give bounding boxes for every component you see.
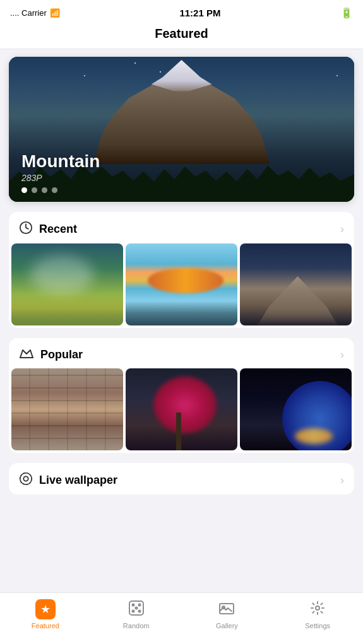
svg-point-8 bbox=[138, 611, 140, 612]
popular-image-stone bbox=[11, 368, 123, 450]
popular-image-cherry bbox=[126, 368, 237, 450]
live-wallpaper-title: Live wallpaper bbox=[39, 474, 117, 487]
hero-title: Mountain bbox=[21, 151, 100, 172]
svg-point-9 bbox=[135, 607, 137, 609]
recent-header-left: Recent bbox=[19, 221, 77, 237]
popular-image-space bbox=[240, 368, 352, 450]
tab-featured-label: Featured bbox=[32, 622, 59, 629]
crown-icon bbox=[19, 347, 34, 362]
hero-dot-1[interactable] bbox=[21, 187, 27, 193]
popular-item-3[interactable] bbox=[240, 368, 352, 450]
tab-gallery-label: Gallery bbox=[216, 622, 238, 629]
recent-item-1[interactable] bbox=[11, 243, 123, 325]
tab-random-label: Random bbox=[123, 622, 150, 629]
popular-header-left: Popular bbox=[19, 347, 83, 362]
recent-image-lake bbox=[126, 243, 237, 325]
hero-dot-4[interactable] bbox=[52, 187, 57, 193]
gallery-icon bbox=[218, 599, 235, 619]
tab-settings[interactable]: Settings bbox=[295, 599, 340, 629]
live-wallpaper-header-left: Live wallpaper bbox=[19, 472, 117, 488]
hero-subtitle: 283P bbox=[21, 173, 100, 183]
popular-image-grid bbox=[9, 368, 354, 453]
svg-point-2 bbox=[20, 473, 32, 484]
carrier-signal: .... Carrier 📶 bbox=[10, 8, 60, 18]
tab-bar: ★ Featured Random Gallery bbox=[0, 592, 363, 644]
recent-item-3[interactable] bbox=[240, 243, 352, 325]
popular-title: Popular bbox=[40, 348, 83, 361]
carrier-text: .... Carrier bbox=[10, 8, 47, 18]
live-wallpaper-chevron: › bbox=[340, 474, 344, 487]
clock-icon bbox=[19, 221, 33, 237]
recent-section: Recent › bbox=[9, 212, 354, 328]
popular-section-header[interactable]: Popular › bbox=[9, 338, 354, 368]
live-wallpaper-header[interactable]: Live wallpaper › bbox=[9, 463, 354, 495]
tab-featured[interactable]: ★ Featured bbox=[23, 599, 68, 629]
status-right: 🔋 bbox=[340, 7, 353, 19]
hero-info: Mountain 283P bbox=[21, 151, 100, 183]
status-time: 11:21 PM bbox=[179, 8, 220, 18]
featured-star-icon: ★ bbox=[35, 599, 56, 619]
popular-section: Popular › bbox=[9, 338, 354, 453]
hero-pagination bbox=[21, 187, 57, 193]
main-content: Mountain 283P Recent › bbox=[0, 49, 363, 555]
hero-dot-2[interactable] bbox=[32, 187, 37, 193]
recent-title: Recent bbox=[39, 223, 77, 236]
tab-settings-label: Settings bbox=[305, 622, 330, 629]
svg-point-3 bbox=[23, 476, 28, 481]
svg-point-5 bbox=[132, 604, 134, 606]
tab-gallery[interactable]: Gallery bbox=[205, 599, 249, 629]
random-icon bbox=[128, 599, 145, 619]
wifi-icon: 📶 bbox=[50, 8, 60, 18]
battery-icon: 🔋 bbox=[340, 7, 353, 19]
popular-item-2[interactable] bbox=[126, 368, 237, 450]
recent-image-grid bbox=[9, 243, 354, 328]
recent-chevron: › bbox=[340, 223, 344, 236]
recent-image-painting bbox=[11, 243, 123, 325]
status-bar: .... Carrier 📶 11:21 PM 🔋 bbox=[0, 0, 363, 23]
svg-point-6 bbox=[138, 604, 140, 606]
svg-point-7 bbox=[132, 611, 134, 612]
live-wallpaper-icon bbox=[19, 472, 33, 488]
recent-item-2[interactable] bbox=[126, 243, 237, 325]
svg-point-12 bbox=[316, 606, 319, 610]
tab-random[interactable]: Random bbox=[114, 599, 158, 629]
hero-dot-3[interactable] bbox=[42, 187, 47, 193]
settings-icon bbox=[309, 599, 326, 619]
recent-image-mountain-night bbox=[240, 243, 352, 325]
page-header: Featured bbox=[0, 23, 363, 49]
page-title: Featured bbox=[155, 26, 208, 40]
recent-section-header[interactable]: Recent › bbox=[9, 212, 354, 243]
live-wallpaper-section: Live wallpaper › bbox=[9, 463, 354, 495]
hero-banner[interactable]: Mountain 283P bbox=[9, 57, 354, 202]
popular-chevron: › bbox=[340, 348, 344, 361]
popular-item-1[interactable] bbox=[11, 368, 123, 450]
